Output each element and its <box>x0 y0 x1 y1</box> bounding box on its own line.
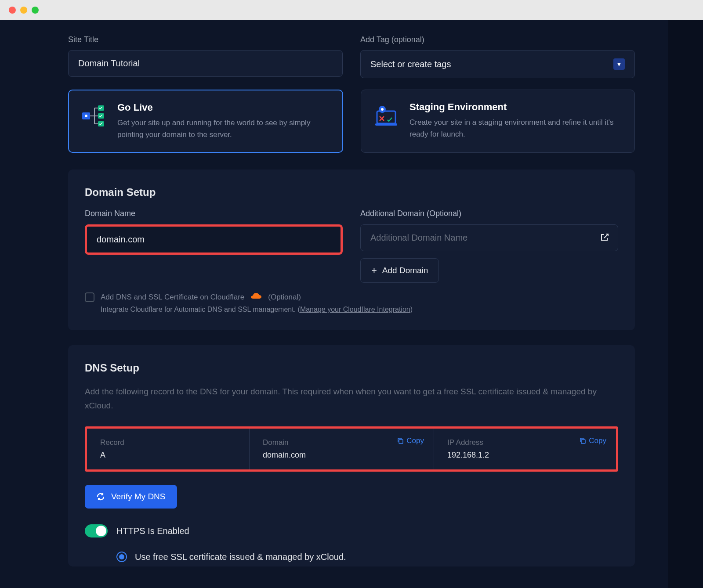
dns-setup-title: DNS Setup <box>85 362 618 374</box>
domain-name-label: Domain Name <box>85 209 343 218</box>
cloudflare-manage-link[interactable]: Manage your Cloudflare Integration <box>300 306 410 313</box>
svg-rect-11 <box>375 123 397 126</box>
dns-setup-panel: DNS Setup Add the following record to th… <box>68 345 635 566</box>
svg-rect-14 <box>399 440 403 444</box>
domain-setup-title: Domain Setup <box>85 186 618 198</box>
ssl-free-label: Use free SSL certificate issued & manage… <box>135 552 346 562</box>
staging-icon <box>373 103 399 129</box>
cloudflare-optional-label: (Optional) <box>268 293 301 302</box>
copy-ip-button[interactable]: Copy <box>579 436 606 445</box>
copy-icon <box>397 437 404 444</box>
dns-setup-desc: Add the following record to the DNS for … <box>85 385 618 412</box>
site-title-input[interactable] <box>68 50 343 77</box>
chevron-down-icon: ▼ <box>613 58 625 70</box>
cloudflare-helper-text: Integrate Cloudflare for Automatic DNS a… <box>101 306 618 314</box>
go-live-card[interactable]: Go Live Get your site up and running for… <box>68 90 343 153</box>
close-window-button[interactable] <box>9 7 16 14</box>
dns-record-label: Record <box>100 438 236 447</box>
tag-select-placeholder: Select or create tags <box>370 59 451 69</box>
site-title-label: Site Title <box>68 35 343 44</box>
maximize-window-button[interactable] <box>32 7 39 14</box>
https-toggle-label: HTTPS Is Enabled <box>116 526 189 536</box>
copy-icon <box>579 437 586 444</box>
cloudflare-checkbox[interactable] <box>85 292 94 302</box>
external-link-icon[interactable] <box>600 233 609 243</box>
ssl-free-radio[interactable] <box>116 552 127 562</box>
dns-domain-value: domain.com <box>263 451 420 460</box>
domain-name-input[interactable] <box>85 224 343 255</box>
staging-desc: Create your site in a staging environmen… <box>409 116 622 140</box>
dns-ip-cell: Copy IP Address 192.168.1.2 <box>434 429 616 469</box>
add-domain-button[interactable]: + Add Domain <box>360 258 439 283</box>
staging-card[interactable]: Staging Environment Create your site in … <box>361 90 635 153</box>
go-live-title: Go Live <box>117 102 330 113</box>
dns-record-table: Record A Copy Domain domain.com Copy <box>85 426 618 472</box>
svg-rect-15 <box>581 440 585 444</box>
dns-record-cell: Record A <box>87 429 250 469</box>
refresh-icon <box>96 492 105 501</box>
minimize-window-button[interactable] <box>20 7 27 14</box>
svg-point-13 <box>381 108 384 111</box>
https-toggle[interactable] <box>85 524 108 537</box>
svg-point-1 <box>85 115 87 117</box>
verify-dns-button[interactable]: Verify My DNS <box>85 485 177 509</box>
cloudflare-icon <box>250 293 262 302</box>
dns-ip-value: 192.168.1.2 <box>447 451 603 460</box>
copy-domain-button[interactable]: Copy <box>397 436 424 445</box>
go-live-desc: Get your site up and running for the wor… <box>117 117 330 141</box>
toggle-knob <box>96 526 106 536</box>
cloudflare-checkbox-label: Add DNS and SSL Certificate on Cloudflar… <box>101 293 244 302</box>
tag-select[interactable]: Select or create tags ▼ <box>360 50 635 78</box>
plus-icon: + <box>371 265 377 276</box>
add-domain-label: Add Domain <box>382 266 428 275</box>
radio-dot <box>119 554 124 559</box>
verify-dns-label: Verify My DNS <box>111 492 166 501</box>
window-titlebar <box>0 0 703 20</box>
dns-record-value: A <box>100 451 236 460</box>
add-tag-label: Add Tag (optional) <box>360 35 635 44</box>
go-live-icon <box>81 104 107 129</box>
staging-title: Staging Environment <box>409 101 622 113</box>
additional-domain-label: Additional Domain (Optional) <box>360 209 618 218</box>
additional-domain-input[interactable] <box>360 224 618 251</box>
dns-domain-cell: Copy Domain domain.com <box>250 429 434 469</box>
domain-setup-panel: Domain Setup Domain Name Additional Doma… <box>68 170 635 330</box>
